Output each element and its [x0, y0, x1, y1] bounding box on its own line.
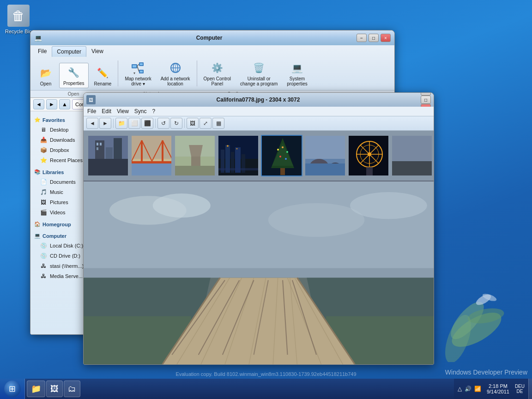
svg-marker-40	[189, 145, 203, 157]
clock-date: 9/14/2011	[487, 389, 509, 394]
clock-area[interactable]: 2:18 PM 9/14/2011	[484, 383, 512, 394]
open-icon: 📂	[38, 66, 53, 80]
computer-window-title: Computer	[62, 35, 357, 41]
cd-drive-icon: 💿	[40, 252, 47, 260]
thumbnail-7[interactable]	[348, 135, 389, 176]
svg-rect-86	[84, 268, 434, 278]
local-disk-icon: 💿	[40, 242, 47, 249]
up-btn[interactable]: ▲	[59, 99, 70, 109]
tray-volume-icon[interactable]: 🔊	[465, 386, 472, 392]
svg-rect-62	[305, 136, 346, 159]
add-network-icon	[168, 60, 183, 75]
tray-network-icon[interactable]: 📶	[474, 386, 481, 392]
thumbnail-1[interactable]	[87, 135, 129, 176]
computer-ribbon: File Computer View 📂 Open 🔧 Properties ✏…	[30, 45, 394, 98]
recycle-bin[interactable]: 🗑 Recycle Bin	[5, 5, 32, 34]
prev-btn[interactable]: ◄	[86, 118, 98, 129]
start-button[interactable]: ⊞	[0, 379, 25, 399]
recycle-bin-icon: 🗑	[7, 5, 30, 27]
svg-rect-11	[140, 71, 143, 73]
svg-point-56	[286, 151, 288, 153]
ribbon-rename-btn[interactable]: ✏️ Rename	[91, 64, 115, 88]
svg-rect-36	[132, 163, 172, 176]
toolbar-sep-3	[184, 119, 185, 128]
next-btn[interactable]: ►	[99, 118, 111, 129]
thumbnail-8[interactable]	[391, 135, 433, 176]
image-viewer-toolbar: ◄ ► 📁 ⬜ ⬛ ↺ ↻ 🖼 ⤢ ▦	[84, 116, 434, 131]
svg-rect-25	[100, 143, 102, 145]
ribbon-uninstall-btn[interactable]: 🗑️ Uninstall or change a program	[236, 59, 281, 88]
img-menu-file[interactable]: File	[87, 108, 96, 115]
taskbar-item-app3[interactable]: 🗂	[64, 381, 80, 397]
watermark-line1: Windows Developer Preview	[445, 369, 527, 376]
thumbnail-6[interactable]	[304, 135, 346, 176]
tab-view[interactable]: View	[87, 46, 108, 57]
map-network-icon: ▾	[131, 60, 145, 75]
svg-point-58	[285, 158, 287, 160]
img-menu-edit[interactable]: Edit	[102, 108, 111, 115]
computer-minimize-btn[interactable]: −	[357, 34, 367, 42]
computer-close-btn[interactable]: ×	[381, 34, 391, 42]
svg-rect-60	[280, 168, 285, 175]
img-menu-view[interactable]: View	[117, 108, 129, 115]
clock-time: 2:18 PM	[487, 383, 509, 389]
language-indicator[interactable]: DEU DE	[515, 384, 525, 394]
ribbon-map-network-btn[interactable]: ▾ Map network drive ▾	[121, 59, 155, 88]
svg-point-55	[277, 149, 279, 151]
rotate-left-btn[interactable]: ↺	[157, 118, 169, 129]
downloads-icon: 📥	[40, 136, 47, 144]
network-drive-icon-2: 🖧	[40, 272, 47, 280]
desktop: 🗑 Recycle Bin 💻 Computer − □ × File Comp…	[0, 0, 532, 399]
system-tray: △ 🔊 📶 2:18 PM 9/14/2011 DEU DE	[454, 379, 528, 399]
thumbnail-5[interactable]	[261, 135, 302, 176]
thumbnails-strip	[84, 131, 434, 181]
image-viewer-title-bar: 🖼 Califorina0778.jpg - 2304 x 3072 − □ ×	[84, 93, 434, 107]
svg-point-57	[279, 156, 281, 157]
svg-rect-41	[175, 166, 216, 176]
taskbar-item-viewer[interactable]: 🖼	[46, 381, 63, 397]
svg-rect-9	[140, 63, 143, 65]
taskbar: ⊞ 📁 🖼 🗂 △ 🔊 📶 2:18 PM 9/14/2011 DEU	[0, 379, 532, 399]
tab-file[interactable]: File	[33, 46, 51, 57]
back-btn[interactable]: ◄	[33, 99, 44, 109]
image-viewer-maximize-btn[interactable]: □	[421, 96, 431, 104]
app3-taskbar-icon: 🗂	[68, 384, 76, 394]
ribbon-open-btn[interactable]: 📂 Open	[34, 64, 57, 88]
toolbar-sep-2	[155, 119, 156, 128]
taskbar-items: 📁 🖼 🗂	[25, 381, 454, 397]
system-props-icon: 💻	[290, 60, 304, 75]
forward-btn[interactable]: ►	[46, 99, 57, 109]
fullscreen-btn[interactable]: ⤢	[200, 118, 212, 129]
recent-icon: ⭐	[40, 157, 47, 164]
ribbon-control-panel-btn[interactable]: ⚙️ Open Control Panel	[200, 59, 235, 88]
thumbnail-3[interactable]	[174, 135, 216, 176]
svg-rect-35	[132, 161, 172, 163]
ribbon-system-props-btn[interactable]: 💻 System properties	[283, 59, 311, 88]
svg-rect-24	[97, 143, 98, 145]
img-menu-sync[interactable]: Sync	[134, 108, 147, 115]
fit-window-btn[interactable]: ⬜	[128, 118, 140, 129]
img-menu-help[interactable]: ?	[152, 108, 156, 115]
single-view-btn[interactable]: 🖼	[187, 118, 199, 129]
thumbnail-4[interactable]	[218, 135, 259, 176]
actual-size-btn[interactable]: ⬛	[141, 118, 153, 129]
grid-view-btn[interactable]: ▦	[212, 118, 224, 129]
rotate-right-btn[interactable]: ↻	[170, 118, 182, 129]
svg-rect-7	[133, 65, 136, 67]
thumbnail-2[interactable]	[131, 135, 172, 176]
ribbon-properties-btn[interactable]: 🔧 Properties	[59, 63, 89, 88]
svg-rect-26	[97, 147, 98, 150]
library-icon: 📚	[34, 169, 41, 175]
svg-rect-74	[366, 167, 373, 176]
taskbar-item-explorer[interactable]: 📁	[27, 381, 45, 397]
open-folder-btn[interactable]: 📁	[115, 118, 127, 129]
svg-point-50	[236, 148, 238, 150]
svg-point-49	[227, 145, 229, 147]
show-desktop-btn[interactable]	[528, 379, 532, 399]
image-viewer-minimize-btn[interactable]: −	[421, 92, 431, 96]
tab-computer[interactable]: Computer	[52, 46, 86, 57]
ribbon-add-network-btn[interactable]: Add a network location	[157, 59, 194, 88]
svg-rect-23	[88, 159, 129, 176]
computer-maximize-btn[interactable]: □	[369, 34, 379, 42]
tray-arrow-icon[interactable]: △	[458, 386, 462, 392]
